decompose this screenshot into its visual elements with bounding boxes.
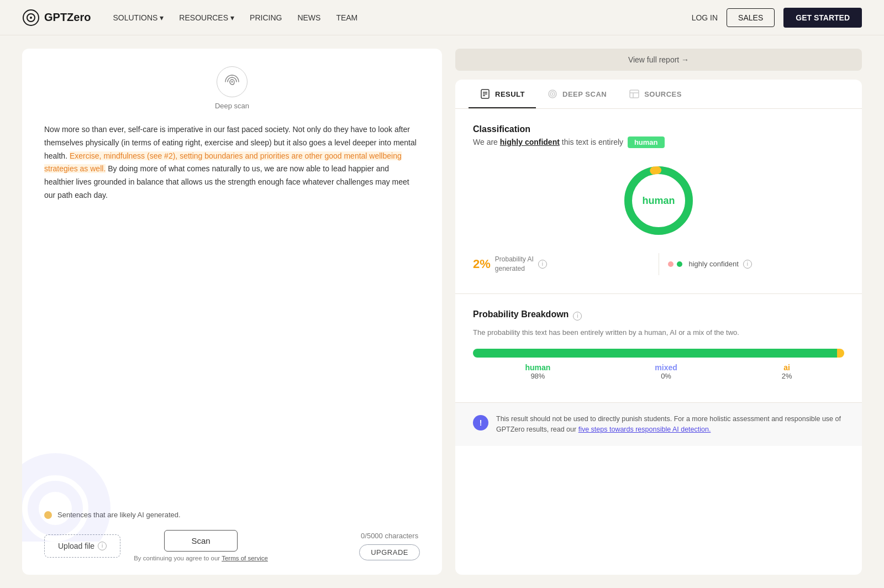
- result-tab-icon: [480, 88, 491, 99]
- char-section: 0/5000 characters UPGRADE: [359, 532, 420, 560]
- chevron-down-icon: ▾: [160, 13, 164, 22]
- main-layout: Deep scan Now more so than ever, self-ca…: [0, 35, 884, 588]
- gptzero-logo-icon: [22, 9, 40, 27]
- bar-labels: human 98% mixed 0% ai 2%: [473, 363, 844, 380]
- ai-notice-text: Sentences that are likely AI generated.: [57, 511, 181, 519]
- prob-bar: [473, 349, 844, 358]
- get-started-button[interactable]: GET STARTED: [783, 8, 862, 28]
- disclaimer-text: This result should not be used to direct…: [496, 414, 844, 435]
- right-card: RESULT DEEP SCAN SOURC: [455, 80, 862, 575]
- donut-wrapper: human: [620, 162, 697, 239]
- breakdown-description: The probability this text has been entir…: [473, 327, 844, 338]
- logo-text: GPTZero: [44, 11, 91, 24]
- classification-title: Classification: [473, 124, 844, 134]
- confidence-dot-green: [677, 261, 682, 267]
- text-content: Now more so than ever, self-care is impe…: [44, 123, 420, 500]
- tab-result[interactable]: RESULT: [469, 80, 536, 108]
- ai-probability-info-icon[interactable]: i: [538, 260, 547, 269]
- tab-deep-scan[interactable]: DEEP SCAN: [536, 80, 618, 108]
- ai-notice: Sentences that are likely AI generated.: [44, 511, 420, 519]
- ai-label: ai 2%: [782, 363, 792, 380]
- donut-chart: human: [473, 162, 844, 239]
- terms-text: By continuing you agree to our Terms of …: [134, 555, 268, 561]
- stats-row: 2% Probability AIgenerated i highly conf…: [473, 250, 844, 278]
- disclaimer-section: ! This result should not be used to dire…: [455, 402, 862, 446]
- deep-scan-tab-icon: [547, 88, 558, 99]
- confidence-stat: highly confident i: [668, 255, 845, 273]
- nav-team[interactable]: TEAM: [336, 13, 357, 22]
- terms-link[interactable]: Terms of service: [222, 555, 268, 561]
- left-panel: Deep scan Now more so than ever, self-ca…: [22, 49, 442, 575]
- ai-probability-label: Probability AIgenerated: [495, 255, 534, 274]
- probability-bar: human 98% mixed 0% ai 2%: [473, 349, 844, 380]
- bottom-bar: Sentences that are likely AI generated. …: [44, 500, 420, 561]
- scan-section: Scan By continuing you agree to our Term…: [134, 530, 268, 561]
- ai-probability-value: 2%: [473, 257, 491, 271]
- svg-point-5: [231, 81, 233, 83]
- sources-tab-icon: [629, 88, 640, 99]
- stat-divider: [659, 253, 659, 275]
- bar-human: [473, 349, 837, 358]
- right-panel: View full report → RESULT: [455, 49, 862, 575]
- classification-description: We are highly confident this text is ent…: [473, 138, 844, 146]
- nav-pricing[interactable]: PRICING: [250, 13, 282, 22]
- logo[interactable]: GPTZero: [22, 9, 91, 27]
- scan-button[interactable]: Scan: [164, 530, 237, 552]
- breakdown-title: Probability Breakdown: [473, 309, 569, 319]
- upload-file-button[interactable]: Upload file i: [44, 534, 120, 558]
- human-badge: human: [628, 136, 665, 148]
- confidence-dots: [668, 261, 682, 267]
- upgrade-button[interactable]: UPGRADE: [359, 544, 420, 560]
- svg-point-12: [552, 93, 554, 95]
- tab-sources[interactable]: SOURCES: [618, 80, 693, 108]
- disclaimer-link[interactable]: five steps towards responsible AI detect…: [578, 426, 711, 433]
- sales-button[interactable]: SALES: [727, 8, 775, 27]
- bar-ai: [837, 349, 844, 358]
- ai-dot: [44, 511, 52, 519]
- fingerprint-icon: [217, 66, 248, 97]
- nav-right: LOG IN SALES GET STARTED: [692, 8, 862, 28]
- bottom-actions: Upload file i Scan By continuing you agr…: [44, 530, 420, 561]
- login-button[interactable]: LOG IN: [692, 13, 718, 22]
- donut-label: human: [642, 195, 675, 207]
- nav-solutions[interactable]: SOLUTIONS ▾: [113, 13, 164, 22]
- svg-point-2: [30, 17, 32, 19]
- nav-resources[interactable]: RESOURCES ▾: [179, 13, 234, 22]
- view-full-report-button[interactable]: View full report →: [455, 49, 862, 71]
- deep-scan-label: Deep scan: [215, 102, 249, 110]
- nav-links: SOLUTIONS ▾ RESOURCES ▾ PRICING NEWS TEA…: [113, 13, 691, 22]
- upload-info-icon[interactable]: i: [98, 542, 107, 550]
- tabs: RESULT DEEP SCAN SOURC: [455, 80, 862, 109]
- deep-scan-header: Deep scan: [44, 66, 420, 110]
- breakdown-info-icon[interactable]: i: [573, 312, 582, 321]
- navbar: GPTZero SOLUTIONS ▾ RESOURCES ▾ PRICING …: [0, 0, 884, 35]
- char-count: 0/5000 characters: [361, 532, 418, 540]
- result-section: Classification We are highly confident t…: [455, 109, 862, 294]
- confidence-label: highly confident: [689, 260, 739, 268]
- breakdown-section: Probability Breakdown i The probability …: [455, 294, 862, 403]
- svg-rect-13: [630, 90, 639, 98]
- confidence-dot-red: [668, 261, 673, 267]
- human-label: human 98%: [525, 363, 550, 380]
- confidence-info-icon[interactable]: i: [743, 260, 752, 269]
- mixed-label: mixed 0%: [655, 363, 677, 380]
- upload-label: Upload file: [58, 542, 94, 550]
- ai-probability-stat: 2% Probability AIgenerated i: [473, 250, 650, 278]
- nav-news[interactable]: NEWS: [297, 13, 320, 22]
- chevron-down-icon: ▾: [230, 13, 234, 22]
- disclaimer-icon: !: [473, 415, 488, 431]
